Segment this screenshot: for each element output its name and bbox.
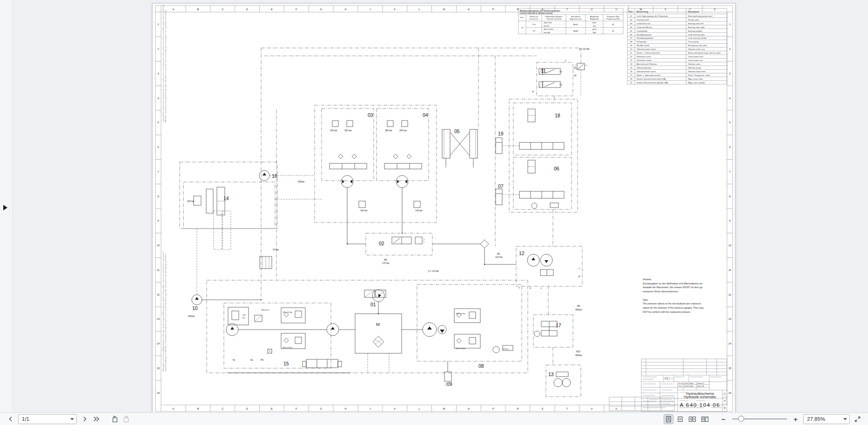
title-en: Hydraulik schematic [684, 395, 716, 399]
component-box-06 [513, 157, 572, 209]
svg-text:groß: groß [592, 28, 597, 30]
svg-text:Amplitude: Amplitude [590, 15, 599, 18]
zoom-level-combobox[interactable]: 27.85% [803, 414, 850, 424]
part-name-de: Vibrationsmotor vorne [637, 70, 656, 73]
previous-view-button[interactable] [110, 414, 120, 424]
grid-letter: R [517, 407, 519, 410]
schematic-label: Y5 [559, 71, 562, 73]
component-number-17: 17 [556, 323, 561, 328]
zoom-slider[interactable] [732, 414, 787, 424]
grid-number: 7 [157, 170, 159, 173]
svg-text:Strom auf: Strom auf [530, 15, 538, 18]
layout-continuous-button[interactable] [664, 414, 673, 424]
schematic-label: p = 10 bar [579, 47, 590, 50]
zoom-out-button[interactable]: − [719, 414, 728, 424]
schematic-label: Blockiert [262, 309, 269, 311]
zoom-level-value: 27.85% [807, 416, 825, 422]
schematic-label: 122 bar [495, 256, 503, 258]
part-name-de: Fahrmotor vorne [637, 55, 652, 58]
grid-letter: P [492, 407, 494, 410]
drawing-number: A 640 104 06 [680, 402, 720, 408]
part-name-en: Vibration valve [688, 63, 701, 65]
solenoid-pressure: B44B [573, 30, 578, 32]
component-number-08: 08 [478, 363, 484, 369]
layout-two-pages-button[interactable] [687, 414, 698, 424]
solenoid-frequency: 30 [612, 30, 614, 32]
part-pos: 18 [630, 78, 632, 80]
margin-note: Offenders are liable to the payment of d… [164, 9, 167, 122]
pressure-note-text: Hinweis:Druckangaben an den Meßstellen s… [643, 278, 704, 313]
schematic-label: A1 [574, 67, 577, 69]
grid-number: 6 [157, 146, 159, 148]
zoom-slider-knob[interactable] [738, 416, 744, 422]
zoom-in-button[interactable]: + [791, 414, 801, 424]
part-name-en: Steering valve left [688, 22, 704, 25]
grid-letter: P [492, 8, 494, 11]
part-name-de: Fahrpumpe [637, 40, 647, 43]
schematic-label: Fa [250, 359, 253, 361]
svg-text:top right: top right [544, 31, 551, 34]
component-number-07: 07 [498, 183, 504, 189]
schematic-label: bar [242, 317, 245, 319]
sidebar-expand-arrow-icon[interactable] [3, 205, 7, 210]
schematic-label: Y [579, 268, 580, 270]
grid-number: 9 [157, 219, 159, 222]
grid-letter: L [419, 407, 420, 410]
grid-number: 12 [728, 293, 731, 296]
part-name-de: Lenkventil Rechts [637, 26, 652, 28]
schematic-label: T [565, 60, 566, 62]
grid-letter: J [370, 8, 371, 11]
part-name-en: Brake and speed range selector valve [688, 52, 721, 54]
schematic-label: R [579, 276, 580, 278]
part-pos: 08 [630, 40, 632, 43]
grid-letter: E [271, 8, 273, 11]
schematic-label: M [376, 322, 380, 327]
part-name-de: Hundegangventil [637, 34, 652, 36]
part-name-en: Vibration motor rear [688, 48, 706, 50]
layout-single-page-button[interactable] [675, 414, 685, 424]
schematic-label: 170 bar [382, 262, 390, 264]
fullscreen-button[interactable] [853, 414, 862, 424]
grid-letter: V [615, 407, 617, 410]
approval-name: Rich. W. [697, 385, 704, 387]
grid-number: 11 [157, 269, 160, 271]
part-name-de: Lenkzylinder [637, 30, 648, 32]
part-name-de: Not-Aus-Ventil [637, 44, 649, 47]
schematic-label: 200 bar [399, 129, 407, 132]
schematic-label: M10 [576, 351, 580, 353]
part-pos: 09 [630, 44, 632, 47]
part-pos: 17 [630, 74, 632, 76]
grid-number: 5 [729, 121, 730, 124]
layout-book-view-button[interactable] [700, 414, 710, 424]
schematic-label: P [532, 91, 534, 93]
part-pos: 14 [630, 63, 632, 65]
previous-page-button[interactable] [6, 414, 15, 424]
schematic-label: Y3 [559, 84, 562, 86]
last-page-button[interactable] [91, 414, 101, 424]
schematic-label: 450bar [575, 309, 582, 311]
component-box-11 [537, 62, 573, 96]
component-number-11: 11 [541, 68, 546, 74]
next-page-button[interactable] [80, 414, 89, 424]
grid-letter: B [197, 407, 199, 410]
grid-number: 4 [729, 97, 730, 100]
chevron-down-icon [843, 418, 847, 420]
grid-number: 2 [157, 47, 159, 50]
schematic-geometry [180, 48, 587, 387]
schematic-label: 440+10 bar [456, 347, 466, 350]
component-box-04 [377, 108, 429, 181]
part-name-de: Vibrationsmotor hinten [637, 48, 656, 50]
svg-text:Current on: Current on [529, 18, 538, 20]
grid-letter: C [222, 8, 223, 11]
part-name-en: Flush. Charge pres. valve [688, 74, 710, 76]
part-pos: 12 [630, 55, 632, 58]
grid-letter: H [345, 8, 347, 11]
svg-text:high: high [592, 31, 596, 34]
svg-text:Benennung: Benennung [637, 11, 648, 13]
solenoid-current: Y10 [532, 23, 536, 26]
page-number-combobox[interactable]: 1/1 [18, 414, 77, 424]
schematic-label: 140 bar [360, 209, 368, 212]
svg-text:Pos.: Pos. [520, 16, 524, 19]
part-pos: 07 [630, 37, 632, 39]
next-view-button[interactable] [121, 414, 131, 424]
